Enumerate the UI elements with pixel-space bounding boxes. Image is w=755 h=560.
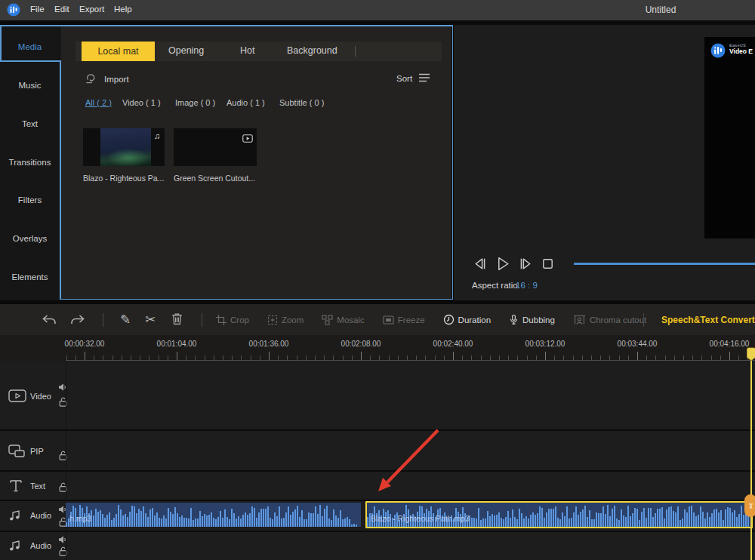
waveform xyxy=(66,503,361,527)
pip-track-icon xyxy=(8,445,25,460)
easeus-logo-icon xyxy=(710,43,726,61)
stop-button[interactable] xyxy=(541,257,555,274)
sort-label: Sort xyxy=(396,74,412,83)
filter-video[interactable]: Video ( 1 ) xyxy=(122,98,161,107)
chroma-cutout-icon xyxy=(573,315,586,325)
sidebar-item-music[interactable]: Music xyxy=(0,81,60,90)
tab-background[interactable]: Background xyxy=(287,45,337,56)
duration-clock-icon xyxy=(443,314,455,325)
clip-label: h.mp3 xyxy=(69,514,91,523)
track-header-divider xyxy=(66,362,66,560)
sort-button[interactable]: Sort xyxy=(396,73,430,84)
ruler-ticks xyxy=(66,335,755,361)
sidebar-item-text[interactable]: Text xyxy=(0,119,60,128)
crop-icon xyxy=(216,315,226,325)
next-frame-button[interactable] xyxy=(518,256,534,275)
crop-button[interactable]: Crop xyxy=(216,315,249,325)
panel-border-right xyxy=(452,25,454,300)
easeus-logo-icon xyxy=(7,3,20,20)
tab-hot[interactable]: Hot xyxy=(240,45,254,56)
tab-opening[interactable]: Opening xyxy=(168,45,204,56)
dubbing-button[interactable]: Dubbing xyxy=(509,314,555,325)
ruler-baseline xyxy=(66,360,755,361)
mosaic-icon xyxy=(322,315,333,325)
undo-button[interactable] xyxy=(41,313,57,329)
media-item-label: Blazo - Righteous Pa... xyxy=(83,174,168,183)
speech-text-converter-button[interactable]: Speech&Text Converter xyxy=(661,304,755,335)
zoom-icon xyxy=(267,315,278,325)
delete-trash-button[interactable] xyxy=(171,312,183,328)
split-scissors-button[interactable]: ✂ xyxy=(145,312,156,328)
audio-clip-1[interactable]: h.mp3 xyxy=(66,503,361,527)
track-label-text: Text xyxy=(30,482,45,491)
dubbing-mic-icon xyxy=(509,314,519,325)
panel-border-top xyxy=(0,25,453,26)
track-label-video: Video xyxy=(30,392,51,401)
video-track-icon xyxy=(8,389,26,405)
playhead-handle[interactable] xyxy=(746,347,755,365)
sidebar-item-filters[interactable]: Filters xyxy=(0,195,60,205)
filter-all[interactable]: All ( 2 ) xyxy=(85,98,112,107)
menu-help[interactable]: Help xyxy=(114,5,132,14)
audio-track-icon xyxy=(8,509,22,525)
playhead-line[interactable] xyxy=(750,361,752,560)
redo-button[interactable] xyxy=(69,313,86,329)
menu-edit[interactable]: Edit xyxy=(54,5,69,14)
video-track-row[interactable]: Video xyxy=(0,362,755,429)
timeline-toolbar: ✎ ✂ Crop Zoom Mosaic Freeze xyxy=(0,304,755,335)
toolbar-separator xyxy=(202,313,202,327)
clip-split-scissors-button[interactable]: ✂ xyxy=(744,494,755,517)
sidebar-item-overlays[interactable]: Overlays xyxy=(0,234,60,243)
text-track-icon xyxy=(9,479,23,495)
aspect-ratio-value[interactable]: 16 : 9 xyxy=(516,281,538,290)
seek-bar[interactable] xyxy=(574,263,755,265)
import-button[interactable]: Import xyxy=(85,72,129,85)
media-item-video-card[interactable] xyxy=(174,128,257,166)
previous-frame-button[interactable] xyxy=(472,256,488,275)
text-track-row[interactable]: Text xyxy=(0,472,755,500)
video-clip-icon xyxy=(242,132,253,146)
menu-file[interactable]: File xyxy=(30,5,45,14)
preview-panel: EaseUS Video E Aspect ratio 16 : 9 xyxy=(454,25,755,300)
window-title: Untitled xyxy=(619,5,702,15)
music-note-icon: ♫ xyxy=(154,131,160,140)
audio-clip-2-selected[interactable]: Blazo - Righteous Path.mp3 xyxy=(365,501,753,528)
filter-audio[interactable]: Audio ( 1 ) xyxy=(226,98,265,107)
audio-track-row-2[interactable]: Audio xyxy=(0,532,755,560)
duration-button[interactable]: Duration xyxy=(443,314,491,325)
toolbar-separator xyxy=(103,313,103,327)
media-item-label: Green Screen Cutout... xyxy=(174,174,260,183)
tab-local-mat[interactable]: Local mat xyxy=(82,42,155,61)
mosaic-button[interactable]: Mosaic xyxy=(322,315,364,325)
sidebar-item-transitions[interactable]: Transitions xyxy=(0,158,60,167)
zoom-button[interactable]: Zoom xyxy=(267,315,304,325)
audio-track-icon xyxy=(8,540,22,555)
freeze-icon xyxy=(383,315,394,325)
chroma-cutout-button[interactable]: Chroma cutout xyxy=(573,315,646,325)
filter-image[interactable]: Image ( 0 ) xyxy=(175,98,215,107)
panel-border-left xyxy=(60,60,61,300)
freeze-button[interactable]: Freeze xyxy=(383,315,425,325)
panel-border-left-edge xyxy=(0,25,2,61)
media-item-audio-card[interactable]: ♫ xyxy=(83,128,165,166)
panel-border-under-media xyxy=(0,60,60,62)
track-label-audio: Audio xyxy=(30,541,51,550)
media-tabstrip: Local mat Opening Hot Background xyxy=(76,42,442,61)
toolbar-separator xyxy=(643,313,644,327)
sidebar-item-elements[interactable]: Elements xyxy=(0,272,60,282)
sidebar-item-media[interactable]: Media xyxy=(0,42,60,51)
watermark-product: Video E xyxy=(729,48,753,55)
media-sidebar: Media Music Text Transitions Filters Ove… xyxy=(0,25,60,300)
sort-icon xyxy=(418,73,430,84)
menu-export[interactable]: Export xyxy=(79,5,104,14)
audio-thumbnail-image xyxy=(100,128,151,166)
tab-separator xyxy=(355,46,356,57)
play-button[interactable] xyxy=(494,255,511,275)
clip-label: Blazo - Righteous Path.mp3 xyxy=(371,514,470,523)
filter-subtitle[interactable]: Subtitle ( 0 ) xyxy=(279,98,324,107)
aspect-ratio-label: Aspect ratio xyxy=(472,281,518,290)
edit-pencil-button[interactable]: ✎ xyxy=(120,312,131,328)
import-icon xyxy=(85,72,97,85)
pip-track-row[interactable]: PIP xyxy=(0,431,755,470)
toolbar-buttons: Crop Zoom Mosaic Freeze Duration Dubbing xyxy=(216,304,646,335)
